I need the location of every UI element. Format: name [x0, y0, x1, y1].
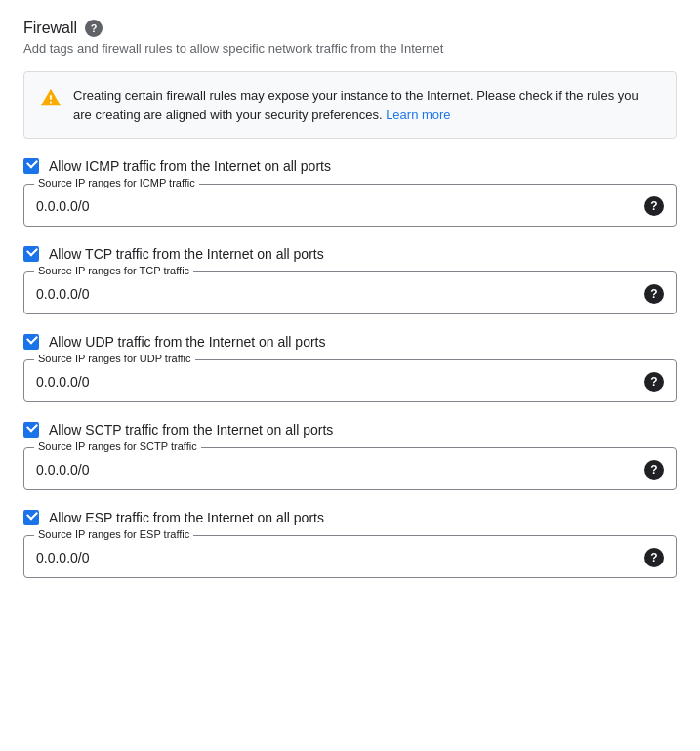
checkbox-label-tcp[interactable]: Allow TCP traffic from the Internet on a…	[49, 246, 324, 262]
checkbox-label-esp[interactable]: Allow ESP traffic from the Internet on a…	[49, 510, 324, 525]
checkbox-sctp[interactable]	[23, 422, 39, 438]
traffic-section-esp: Allow ESP traffic from the Internet on a…	[23, 510, 677, 578]
page-subtitle: Add tags and firewall rules to allow spe…	[23, 41, 677, 56]
field-group-udp: Source IP ranges for UDP traffic 0.0.0.0…	[23, 359, 677, 402]
checkbox-label-udp[interactable]: Allow UDP traffic from the Internet on a…	[49, 334, 326, 350]
info-icon-icmp[interactable]: ?	[644, 196, 664, 216]
warning-icon	[40, 87, 62, 108]
field-value-esp: 0.0.0.0/0	[36, 550, 90, 565]
field-value-tcp: 0.0.0.0/0	[36, 286, 90, 302]
checkbox-row-icmp: Allow ICMP traffic from the Internet on …	[23, 158, 677, 174]
info-icon-esp[interactable]: ?	[644, 548, 664, 567]
page-title: Firewall	[23, 20, 77, 37]
field-value-icmp: 0.0.0.0/0	[36, 198, 90, 214]
traffic-section-sctp: Allow SCTP traffic from the Internet on …	[23, 422, 677, 490]
field-legend-icmp: Source IP ranges for ICMP traffic	[34, 177, 199, 188]
page-header: Firewall ?	[23, 20, 677, 37]
field-legend-esp: Source IP ranges for ESP traffic	[34, 528, 193, 540]
warning-box: Creating certain firewall rules may expo…	[23, 71, 677, 139]
field-group-esp: Source IP ranges for ESP traffic 0.0.0.0…	[23, 535, 677, 578]
traffic-section-icmp: Allow ICMP traffic from the Internet on …	[23, 158, 677, 227]
checkbox-label-sctp[interactable]: Allow SCTP traffic from the Internet on …	[49, 422, 333, 438]
field-group-icmp: Source IP ranges for ICMP traffic 0.0.0.…	[23, 184, 677, 227]
checkbox-row-tcp: Allow TCP traffic from the Internet on a…	[23, 246, 677, 262]
field-value-udp: 0.0.0.0/0	[36, 374, 90, 390]
checkbox-row-udp: Allow UDP traffic from the Internet on a…	[23, 334, 677, 350]
field-group-tcp: Source IP ranges for TCP traffic 0.0.0.0…	[23, 271, 677, 314]
field-value-sctp: 0.0.0.0/0	[36, 462, 90, 478]
checkbox-row-sctp: Allow SCTP traffic from the Internet on …	[23, 422, 677, 438]
learn-more-link[interactable]: Learn more	[386, 107, 450, 122]
field-legend-udp: Source IP ranges for UDP traffic	[34, 353, 195, 364]
checkbox-tcp[interactable]	[23, 246, 39, 262]
info-icon-udp[interactable]: ?	[644, 372, 664, 392]
field-legend-tcp: Source IP ranges for TCP traffic	[34, 265, 193, 276]
info-icon-tcp[interactable]: ?	[644, 284, 664, 304]
field-legend-sctp: Source IP ranges for SCTP traffic	[34, 440, 201, 452]
field-group-sctp: Source IP ranges for SCTP traffic 0.0.0.…	[23, 447, 677, 490]
warning-text: Creating certain firewall rules may expo…	[73, 86, 660, 124]
checkbox-udp[interactable]	[23, 334, 39, 350]
checkbox-row-esp: Allow ESP traffic from the Internet on a…	[23, 510, 677, 525]
info-icon-sctp[interactable]: ?	[644, 460, 664, 480]
checkbox-label-icmp[interactable]: Allow ICMP traffic from the Internet on …	[49, 158, 331, 174]
traffic-section-udp: Allow UDP traffic from the Internet on a…	[23, 334, 677, 402]
header-help-icon[interactable]: ?	[85, 20, 103, 37]
checkbox-esp[interactable]	[23, 510, 39, 525]
checkbox-icmp[interactable]	[23, 158, 39, 174]
traffic-section-tcp: Allow TCP traffic from the Internet on a…	[23, 246, 677, 314]
